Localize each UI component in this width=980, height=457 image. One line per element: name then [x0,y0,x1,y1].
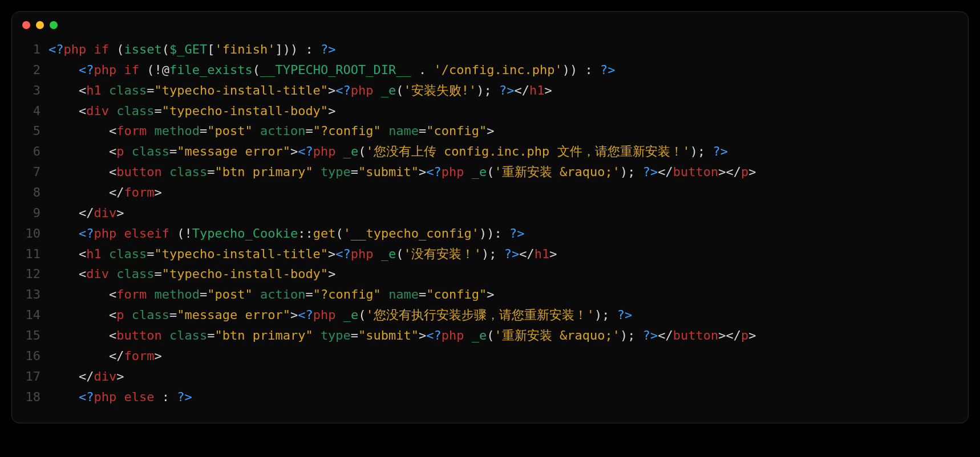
line-content[interactable]: <?php if (isset($_GET['finish'])) : ?> [48,39,968,60]
line-content[interactable]: <div class="typecho-install-body"> [48,101,968,121]
code-line[interactable]: 16 </form> [12,346,968,366]
token: class [116,267,154,281]
token [381,124,388,138]
token: = [147,247,154,261]
line-content[interactable]: </div> [48,366,968,387]
token: _e [472,328,487,342]
token: = [305,287,313,301]
line-content[interactable]: <p class="message error"><?php _e('您没有上传… [48,141,968,162]
token: ); [690,144,713,158]
token: p [116,144,124,158]
line-content[interactable]: <form method="post" action="?config" nam… [48,284,968,305]
token: button [673,165,718,179]
token [381,287,388,301]
minimize-icon[interactable] [36,21,44,29]
code-line[interactable]: 10 <?php elseif (!Typecho_Cookie::get('_… [12,223,968,244]
token: '/config.inc.php' [434,63,562,77]
token: </ [48,185,124,199]
code-line[interactable]: 1<?php if (isset($_GET['finish'])) : ?> [12,39,968,60]
maximize-icon[interactable] [50,21,58,29]
line-content[interactable]: </div> [48,203,968,223]
token: php [313,144,336,158]
token [313,328,321,342]
token [48,226,79,240]
token: = [169,308,177,322]
token: '没有安装！' [404,247,482,261]
token [124,144,131,158]
token: < [48,83,86,97]
token: ); [620,328,643,342]
code-line[interactable]: 6 <p class="message error"><?php _e('您没有… [12,141,968,162]
token: ); [481,247,504,261]
token: > [154,185,161,199]
token: method [154,287,199,301]
token: div [94,206,116,220]
line-content[interactable]: <?php elseif (!Typecho_Cookie::get('__ty… [48,223,968,244]
token [48,390,79,404]
line-content[interactable]: <h1 class="typecho-install-title"><?php … [48,80,968,101]
line-content[interactable]: <?php if (!@file_exists(__TYPECHO_ROOT_D… [48,60,968,80]
code-line[interactable]: 9 </div> [12,203,968,223]
token: _e [381,247,396,261]
token: "post" [207,287,252,301]
token: name [388,287,419,301]
token: = [419,287,426,301]
token: form [116,124,147,138]
token: php [94,226,116,240]
token: <? [79,63,94,77]
token: ); [476,83,499,97]
token: ?> [509,226,525,240]
line-content[interactable]: <form method="post" action="?config" nam… [48,121,968,141]
code-line[interactable]: 4 <div class="typecho-install-body"> [12,101,968,121]
code-line[interactable]: 18 <?php else : ?> [12,387,968,407]
line-content[interactable]: <?php else : ?> [48,387,968,407]
token: div [94,369,116,383]
token [116,390,124,404]
token [116,63,124,77]
line-content[interactable]: <button class="btn primary" type="submit… [48,325,968,346]
code-line[interactable]: 17 </div> [12,366,968,387]
token: ?> [713,144,728,158]
window-titlebar [12,12,968,37]
token: h1 [529,83,545,97]
line-content[interactable]: <h1 class="typecho-install-title"><?php … [48,244,968,264]
line-content[interactable]: <button class="btn primary" type="submit… [48,162,968,182]
line-content[interactable]: <div class="typecho-install-body"> [48,264,968,284]
code-line[interactable]: 7 <button class="btn primary" type="subm… [12,162,968,182]
token: ( [358,308,366,322]
token: < [48,144,116,158]
code-line[interactable]: 14 <p class="message error"><?php _e('您没… [12,305,968,325]
token: php [351,247,374,261]
code-line[interactable]: 3 <h1 class="typecho-install-title"><?ph… [12,80,968,101]
code-line[interactable]: 12 <div class="typecho-install-body"> [12,264,968,284]
token: : [154,390,177,404]
token [102,83,109,97]
code-line[interactable]: 11 <h1 class="typecho-install-title"><?p… [12,244,968,264]
token: <? [335,247,351,261]
code-editor[interactable]: 1<?php if (isset($_GET['finish'])) : ?>2… [12,37,968,423]
code-line[interactable]: 13 <form method="post" action="?config" … [12,284,968,305]
line-number: 9 [12,203,48,223]
token: ])) : [275,42,320,56]
token: h1 [534,247,550,261]
line-content[interactable]: </form> [48,182,968,203]
code-line[interactable]: 15 <button class="btn primary" type="sub… [12,325,968,346]
token: > [328,104,335,118]
token: . [411,63,434,77]
token: <? [298,144,313,158]
token: '安装失败!' [404,83,477,97]
code-line[interactable]: 2 <?php if (!@file_exists(__TYPECHO_ROOT… [12,60,968,80]
token [464,165,472,179]
token [253,124,260,138]
line-content[interactable]: </form> [48,346,968,366]
token: ?> [643,328,658,342]
token: > [487,287,494,301]
code-line[interactable]: 5 <form method="post" action="?config" n… [12,121,968,141]
token: ?> [600,63,615,77]
token [162,328,169,342]
line-content[interactable]: <p class="message error"><?php _e('您没有执行… [48,305,968,325]
code-line[interactable]: 8 </form> [12,182,968,203]
token: php [313,308,336,322]
close-icon[interactable] [22,21,30,29]
token [116,226,124,240]
